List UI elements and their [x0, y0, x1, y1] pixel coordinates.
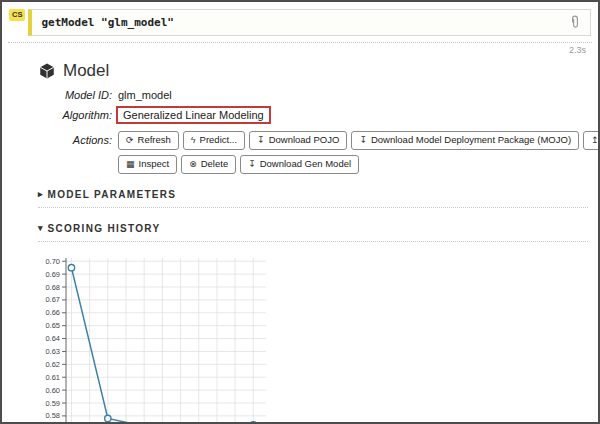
svg-text:0.60: 0.60 — [45, 385, 60, 394]
inspect-icon: ▦ — [126, 158, 135, 170]
flow-window: CS getModel "glm_model" 2.3s Model Model… — [0, 0, 600, 424]
model-id-label: Model ID: — [38, 89, 112, 101]
predict-button[interactable]: ϟ Predict... — [183, 131, 245, 150]
download-pojo-label: Download POJO — [269, 134, 340, 147]
scoring-history-heading: SCORING HISTORY — [48, 223, 161, 234]
download-gen-model-button[interactable]: ↧ Download Gen Model — [240, 155, 359, 174]
svg-text:0.68: 0.68 — [45, 282, 60, 291]
svg-text:0.63: 0.63 — [45, 347, 60, 356]
predict-label: Predict... — [200, 134, 238, 147]
model-title: Model — [63, 61, 109, 81]
svg-text:0.70: 0.70 — [45, 256, 60, 265]
section-scoring-history[interactable]: ▾ SCORING HISTORY — [38, 223, 588, 242]
collapsed-arrow-icon: ▸ — [38, 189, 43, 199]
code-input[interactable]: getModel "glm_model" — [41, 16, 569, 29]
inspect-label: Inspect — [139, 158, 170, 171]
svg-text:0.67: 0.67 — [45, 295, 60, 304]
export-icon: ↥ — [591, 134, 599, 146]
download-pojo-button[interactable]: ↧ Download POJO — [249, 131, 347, 150]
paperclip-icon[interactable] — [569, 15, 581, 30]
section-model-parameters[interactable]: ▸ MODEL PARAMETERS — [38, 189, 588, 208]
scoring-history-chart: 0.570.580.590.600.610.620.630.640.650.66… — [32, 250, 274, 424]
cell-input-box[interactable]: getModel "glm_model" — [28, 9, 591, 36]
expanded-arrow-icon: ▾ — [38, 223, 43, 233]
model-output: Model Model ID: glm_model Algorithm: Gen… — [38, 61, 588, 424]
cell-type-badge: CS — [9, 9, 25, 21]
actions-row-1: Actions: ⟳ Refresh ϟ Predict... ↧ Downlo… — [38, 131, 588, 150]
svg-text:0.69: 0.69 — [45, 269, 60, 278]
model-parameters-heading: MODEL PARAMETERS — [48, 189, 177, 200]
svg-text:0.64: 0.64 — [45, 334, 60, 343]
algorithm-field: Algorithm: Generalized Linear Modeling — [38, 106, 588, 124]
actions-label: Actions: — [38, 134, 112, 146]
algorithm-label: Algorithm: — [38, 109, 112, 121]
delete-label: Delete — [201, 158, 228, 171]
svg-text:0.58: 0.58 — [45, 411, 60, 420]
delete-icon: ⊗ — [189, 158, 197, 170]
actions-row-2: ▦ Inspect ⊗ Delete ↧ Download Gen Model — [118, 155, 588, 174]
exec-time: 2.3s — [2, 45, 586, 55]
download-icon: ↧ — [359, 134, 367, 146]
download-icon: ↧ — [248, 158, 256, 170]
code-cell: CS getModel "glm_model" — [9, 9, 591, 36]
download-icon: ↧ — [257, 134, 265, 146]
scoring-history-chart-area: 0.570.580.590.600.610.620.630.640.650.66… — [32, 250, 588, 424]
cell-separator — [8, 42, 592, 43]
cube-icon — [38, 62, 56, 80]
download-mojo-button[interactable]: ↧ Download Model Deployment Package (MOJ… — [351, 131, 579, 150]
refresh-icon: ⟳ — [126, 134, 134, 146]
svg-text:0.65: 0.65 — [45, 321, 60, 330]
algorithm-highlight-box: Generalized Linear Modeling — [116, 106, 271, 124]
svg-text:0.66: 0.66 — [45, 308, 60, 317]
export-button[interactable]: ↥ Export — [583, 131, 600, 150]
model-id-field: Model ID: glm_model — [38, 89, 588, 101]
model-id-value: glm_model — [118, 89, 172, 101]
svg-text:0.59: 0.59 — [45, 398, 60, 407]
algorithm-value: Generalized Linear Modeling — [123, 109, 264, 121]
download-gen-model-label: Download Gen Model — [260, 158, 351, 171]
model-header: Model — [38, 61, 588, 81]
download-mojo-label: Download Model Deployment Package (MOJO) — [371, 134, 571, 147]
svg-text:0.62: 0.62 — [45, 359, 60, 368]
bolt-icon: ϟ — [191, 134, 196, 146]
svg-text:0.61: 0.61 — [45, 372, 60, 381]
refresh-label: Refresh — [138, 134, 171, 147]
refresh-button[interactable]: ⟳ Refresh — [118, 131, 179, 150]
delete-button[interactable]: ⊗ Delete — [181, 155, 236, 174]
inspect-button[interactable]: ▦ Inspect — [118, 155, 177, 174]
